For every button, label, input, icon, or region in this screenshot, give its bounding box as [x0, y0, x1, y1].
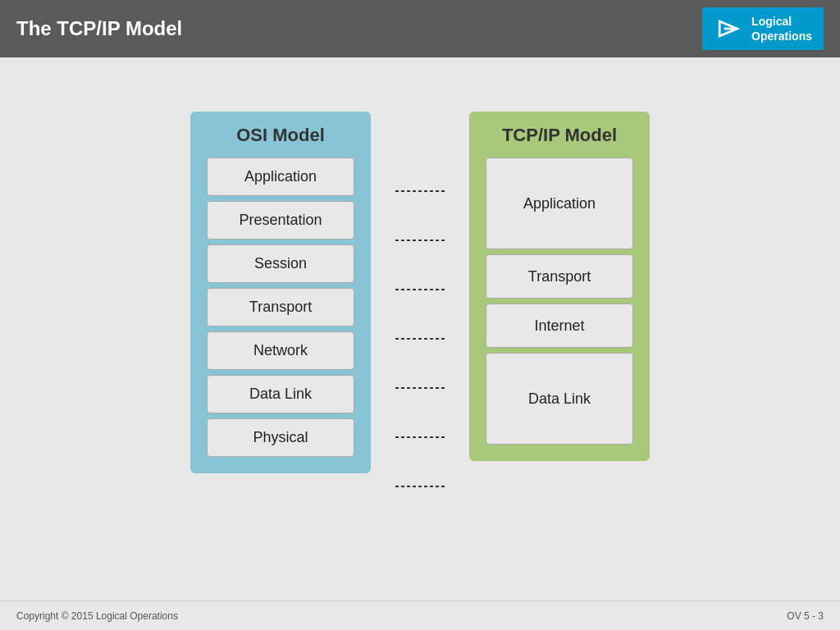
osi-model-column: OSI Model Application Presentation Sessi… — [190, 112, 371, 473]
tcpip-model-title: TCP/IP Model — [486, 125, 633, 146]
tcpip-layers: Application Transport Internet Data Link — [486, 158, 633, 445]
tcpip-layer-application: Application — [486, 158, 633, 249]
osi-layer-datalink: Data Link — [207, 375, 354, 413]
osi-layers: Application Presentation Session Transpo… — [207, 158, 354, 457]
osi-layer-transport: Transport — [207, 288, 354, 326]
page-title: The TCP/IP Model — [16, 17, 182, 40]
logo-text: Logical Operations — [751, 14, 812, 43]
footer: Copyright © 2015 Logical Operations OV 5… — [0, 600, 840, 630]
osi-layer-application: Application — [207, 158, 354, 196]
footer-slide: OV 5 - 3 — [787, 610, 824, 622]
tcpip-layer-datalink: Data Link — [486, 353, 633, 445]
header: The TCP/IP Model Logical Operations — [0, 0, 840, 57]
osi-layer-session: Session — [207, 244, 354, 283]
models-container: OSI Model Application Presentation Sessi… — [190, 112, 650, 546]
tcpip-model-column: TCP/IP Model Application Transport Inter… — [469, 112, 650, 461]
logo-area: Logical Operations — [702, 7, 824, 50]
connector-lines — [395, 153, 445, 546]
tcpip-layer-transport: Transport — [486, 254, 633, 299]
osi-layer-network: Network — [207, 331, 354, 370]
osi-model-title: OSI Model — [207, 125, 354, 146]
osi-layer-physical: Physical — [207, 418, 354, 457]
tcpip-layer-internet: Internet — [486, 304, 633, 348]
logo-icon — [714, 14, 743, 43]
main-content: OSI Model Application Presentation Sessi… — [0, 57, 840, 600]
osi-layer-presentation: Presentation — [207, 201, 354, 240]
footer-copyright: Copyright © 2015 Logical Operations — [16, 610, 178, 622]
